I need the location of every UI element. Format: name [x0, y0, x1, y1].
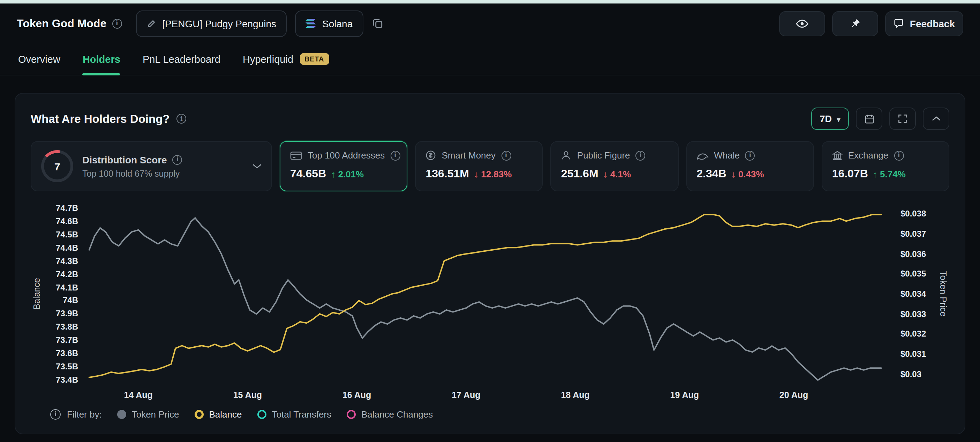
header-actions: Feedback: [780, 11, 963, 36]
stat-card-smart-money[interactable]: Smart Money 136.51M ↓ 12.83%: [415, 141, 542, 191]
axis-tick: $0.034: [900, 288, 926, 300]
info-icon: [390, 150, 400, 160]
info-icon: [173, 155, 182, 164]
balance-changes-dot-icon: [347, 410, 356, 419]
chart-svg: [84, 204, 892, 384]
app: Token God Mode [PENGU] Pudgy Penguins So…: [0, 0, 980, 442]
eye-icon: [796, 19, 809, 28]
axis-tick: 73.9B: [56, 308, 78, 319]
x-axis-tick: 16 Aug: [330, 390, 383, 400]
axis-tick: 74.7B: [56, 202, 78, 213]
token-pill-label: [PENGU] Pudgy Penguins: [162, 18, 276, 29]
distribution-score-title: Distribution Score: [82, 154, 167, 165]
tab-overview[interactable]: Overview: [18, 43, 60, 75]
filter-balance-changes[interactable]: Balance Changes: [347, 409, 433, 420]
y-axis-left-title: Balance: [31, 204, 43, 384]
smart-money-icon: [425, 150, 436, 161]
axis-tick: $0.031: [900, 348, 926, 360]
token-price-line: [89, 218, 881, 380]
pencil-icon: [146, 19, 156, 28]
time-range-value: 7D: [819, 113, 832, 124]
chat-icon: [894, 18, 904, 29]
info-icon: [636, 150, 646, 160]
time-range-selector[interactable]: 7D: [811, 107, 849, 130]
distribution-score-card[interactable]: 7 Distribution Score Top 100 hold 67% su…: [31, 141, 272, 191]
chain-pill-label: Solana: [322, 18, 353, 29]
tab-hyperliquid[interactable]: Hyperliquid BETA: [243, 43, 329, 75]
filter-token-price[interactable]: Token Price: [117, 409, 179, 420]
balance-line: [89, 214, 881, 377]
axis-tick: 74.2B: [56, 268, 78, 280]
collapse-button[interactable]: [923, 107, 949, 130]
total-transfers-dot-icon: [258, 410, 266, 419]
distribution-score-value: 7: [41, 150, 73, 182]
axis-tick: $0.038: [900, 208, 926, 220]
chevron-down-icon: [253, 163, 262, 169]
filter-balance[interactable]: Balance: [195, 409, 242, 420]
stat-card-exchange[interactable]: Exchange 16.07B ↑ 5.74%: [822, 141, 949, 191]
fullscreen-button[interactable]: [889, 107, 916, 130]
feedback-label: Feedback: [910, 18, 955, 29]
stat-card-top-100-addresses[interactable]: Top 100 Addresses 74.65B ↑ 2.01%: [280, 141, 407, 191]
stat-value: 74.65B: [290, 168, 326, 180]
top-bar: Token God Mode [PENGU] Pudgy Penguins So…: [0, 3, 980, 43]
x-axis-tick: 18 Aug: [549, 390, 602, 400]
axis-tick: 74.1B: [56, 282, 78, 293]
axis-tick: $0.032: [900, 329, 926, 340]
stat-value: 2.34B: [697, 168, 726, 180]
info-icon: [745, 150, 755, 160]
stat-change: ↑ 5.74%: [873, 169, 906, 179]
info-icon: [112, 19, 122, 28]
info-icon: [894, 150, 904, 160]
x-axis-tick: 19 Aug: [658, 390, 711, 400]
chevron-down-icon: [837, 113, 840, 124]
panel-title: What Are Holders Doing?: [31, 112, 170, 125]
pin-button[interactable]: [832, 11, 878, 36]
stat-card-whale[interactable]: Whale 2.34B ↓ 0.43%: [686, 141, 814, 191]
axis-tick: $0.03: [900, 369, 921, 380]
copy-icon[interactable]: [371, 18, 383, 29]
exchange-icon: [832, 150, 843, 161]
card-icon: [290, 150, 302, 160]
x-axis-tick: 15 Aug: [221, 390, 274, 400]
tab-bar: Overview Holders PnL Leaderboard Hyperli…: [0, 43, 980, 75]
feedback-button[interactable]: Feedback: [886, 11, 963, 36]
token-selector-pill[interactable]: [PENGU] Pudgy Penguins: [136, 10, 287, 37]
solana-logo-icon: [305, 19, 316, 28]
calendar-button[interactable]: [856, 107, 882, 130]
calendar-icon: [864, 113, 874, 124]
watchlist-button[interactable]: [780, 11, 826, 36]
distribution-score-gauge: 7: [41, 150, 73, 182]
axis-tick: 74.3B: [56, 255, 78, 266]
chain-selector-pill[interactable]: Solana: [295, 10, 363, 37]
tab-pnl-leaderboard[interactable]: PnL Leaderboard: [143, 43, 220, 75]
stat-value: 136.51M: [425, 168, 469, 180]
axis-tick: 73.5B: [56, 361, 78, 373]
plot-area: [84, 204, 892, 384]
expand-icon: [898, 114, 907, 124]
stats-row: 7 Distribution Score Top 100 hold 67% su…: [31, 141, 949, 191]
panel-header: What Are Holders Doing? 7D: [31, 107, 949, 130]
info-icon: [50, 409, 61, 420]
axis-tick: 73.7B: [56, 335, 78, 346]
stat-change: ↓ 0.43%: [731, 169, 764, 179]
x-axis-tick: 14 Aug: [112, 390, 165, 400]
stat-change: ↓ 12.83%: [474, 169, 512, 179]
page-title: Token God Mode: [17, 17, 107, 30]
filter-total-transfers[interactable]: Total Transfers: [258, 409, 332, 420]
stat-card-public-figure[interactable]: Public Figure 251.6M ↓ 4.1%: [551, 141, 678, 191]
axis-tick: 73.4B: [56, 375, 78, 386]
y-axis-right: $0.038$0.037$0.036$0.035$0.034$0.033$0.0…: [892, 204, 937, 384]
stat-change: ↑ 2.01%: [331, 169, 364, 179]
y-axis-left: 74.7B74.6B74.5B74.4B74.3B74.2B74.1B74B73…: [43, 204, 84, 384]
info-icon: [501, 150, 511, 160]
axis-tick: 73.8B: [56, 322, 78, 333]
balance-dot-icon: [195, 410, 204, 419]
panel-controls: 7D: [811, 107, 949, 130]
x-axis: 14 Aug15 Aug16 Aug17 Aug18 Aug19 Aug20 A…: [84, 384, 892, 402]
chevron-up-icon: [932, 116, 940, 121]
tab-holders[interactable]: Holders: [83, 43, 120, 75]
pin-icon: [850, 18, 861, 29]
axis-tick: 74.4B: [56, 242, 78, 253]
axis-tick: $0.033: [900, 308, 926, 319]
